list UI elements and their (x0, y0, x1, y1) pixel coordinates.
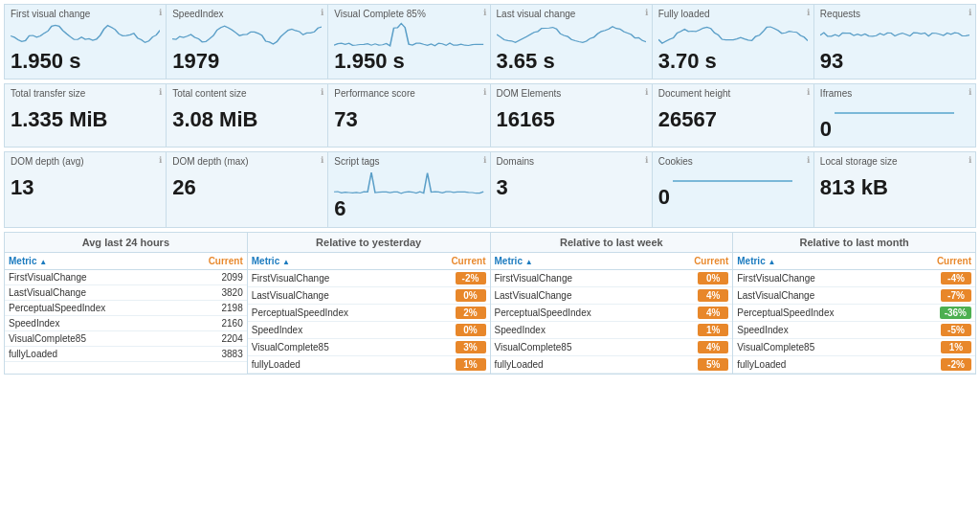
info-icon[interactable]: ℹ (645, 87, 648, 97)
metric-card-title: Document height (658, 88, 808, 99)
current-cell: -2% (905, 355, 975, 373)
metric-cell: fullyLoaded (733, 355, 905, 373)
info-icon[interactable]: ℹ (483, 8, 486, 17)
sparkline (497, 21, 646, 48)
status-badge: 4% (698, 341, 728, 353)
metric-card-title: Script tags (334, 156, 483, 167)
info-icon[interactable]: ℹ (969, 155, 971, 165)
info-icon[interactable]: ℹ (159, 8, 162, 17)
metric-card-1: ℹTotal content size3.08 MiB (167, 84, 328, 147)
metric-card-value: 0 (820, 118, 969, 141)
current-cell: 1% (420, 355, 490, 373)
metric-card-0: ℹTotal transfer size1.335 MiB (5, 84, 167, 147)
table-row: FirstVisualChange0% (491, 269, 733, 286)
metric-cell: LastVisualChange (5, 284, 177, 300)
current-cell: 2% (420, 304, 490, 321)
table-panel-title: Relative to yesterday (248, 233, 490, 253)
metric-header[interactable]: Metric ▲ (733, 253, 905, 270)
info-icon[interactable]: ℹ (483, 87, 486, 97)
metric-card-4: ℹFully loaded 3.70 s (653, 5, 814, 79)
status-badge: 3% (456, 341, 486, 353)
metric-card-title: DOM depth (max) (172, 156, 322, 167)
table-row: LastVisualChange4% (491, 286, 733, 304)
metric-card-value: 26 (172, 176, 322, 199)
metrics-row-2: ℹTotal transfer size1.335 MiBℹTotal cont… (4, 83, 976, 148)
metric-card-2: ℹScript tags 6 (328, 152, 490, 226)
tables-section: Avg last 24 hoursMetric ▲CurrentFirstVis… (4, 232, 976, 375)
metric-card-title: Total content size (172, 88, 322, 99)
table-row: PerceptualSpeedIndex4% (491, 304, 733, 321)
table-panel-3: Relative to last monthMetric ▲CurrentFir… (733, 233, 975, 374)
table-row: FirstVisualChange-4% (733, 269, 975, 286)
metric-cell: VisualComplete85 (733, 338, 905, 355)
metric-card-2: ℹPerformance score73 (328, 84, 490, 147)
current-cell: 1% (905, 338, 975, 355)
table-row: SpeedIndex-5% (733, 321, 975, 338)
table-row: fullyLoaded-2% (733, 355, 975, 373)
current-cell: 2204 (177, 330, 247, 346)
sparkline (820, 21, 969, 48)
metric-cell: SpeedIndex (248, 321, 420, 338)
metric-card-5: ℹIframes0 (814, 84, 975, 147)
table-row: VisualComplete852204 (5, 330, 247, 346)
metric-cell: FirstVisualChange (248, 269, 420, 286)
table-row: fullyLoaded3883 (5, 346, 247, 361)
info-icon[interactable]: ℹ (321, 155, 323, 165)
metric-card-value: 3.65 s (497, 50, 646, 73)
metric-cell: SpeedIndex (5, 315, 177, 330)
info-icon[interactable]: ℹ (807, 155, 810, 165)
current-cell: 4% (663, 338, 733, 355)
table-panel-title: Relative to last week (491, 233, 733, 253)
table-row: LastVisualChange3820 (5, 284, 247, 300)
metric-header[interactable]: Metric ▲ (248, 253, 420, 270)
table-row: PerceptualSpeedIndex2% (248, 304, 490, 321)
info-icon[interactable]: ℹ (969, 87, 971, 97)
table-panel-1: Relative to yesterdayMetric ▲CurrentFirs… (248, 233, 491, 374)
metric-card-title: DOM Elements (497, 88, 646, 99)
info-icon[interactable]: ℹ (321, 8, 323, 17)
metric-cell: SpeedIndex (491, 321, 663, 338)
metric-card-5: ℹLocal storage size813 kB (814, 152, 975, 226)
metric-header[interactable]: Metric ▲ (5, 253, 177, 270)
status-badge: 4% (698, 289, 728, 302)
status-badge: 0% (698, 272, 728, 284)
metric-card-0: ℹFirst visual change 1.950 s (5, 5, 167, 79)
info-icon[interactable]: ℹ (645, 8, 648, 17)
metric-cell: VisualComplete85 (5, 330, 177, 346)
status-badge: -5% (941, 324, 971, 336)
info-icon[interactable]: ℹ (969, 8, 971, 17)
info-icon[interactable]: ℹ (645, 155, 648, 165)
metric-cell: SpeedIndex (733, 321, 905, 338)
metric-cell: fullyLoaded (248, 355, 420, 373)
metric-card-value: 3.08 MiB (172, 108, 322, 131)
info-icon[interactable]: ℹ (321, 87, 323, 97)
metric-header[interactable]: Metric ▲ (491, 253, 663, 270)
status-badge: -2% (941, 358, 971, 371)
metric-card-value: 26567 (658, 108, 808, 131)
current-header: Current (905, 253, 975, 270)
horizontal-line (673, 180, 792, 182)
current-cell: 5% (663, 355, 733, 373)
metric-card-title: Last visual change (497, 9, 646, 19)
metric-cell: fullyLoaded (491, 355, 663, 373)
metric-cell: FirstVisualChange (491, 269, 663, 286)
table-panel-2: Relative to last weekMetric ▲CurrentFirs… (491, 233, 734, 374)
info-icon[interactable]: ℹ (483, 155, 486, 165)
info-icon[interactable]: ℹ (807, 87, 810, 97)
metric-cell: FirstVisualChange (5, 269, 177, 284)
sparkline (172, 21, 322, 48)
metric-cell: VisualComplete85 (491, 338, 663, 355)
info-icon[interactable]: ℹ (159, 155, 162, 165)
table-row: FirstVisualChange2099 (5, 269, 247, 284)
current-cell: 1% (663, 321, 733, 338)
info-icon[interactable]: ℹ (807, 8, 810, 17)
status-badge: 0% (456, 324, 486, 336)
metric-cell: LastVisualChange (491, 286, 663, 304)
metric-card-title: Domains (497, 156, 646, 167)
metric-card-2: ℹVisual Complete 85% 1.950 s (328, 5, 490, 79)
status-badge: 2% (456, 307, 486, 319)
metrics-row-1: ℹFirst visual change 1.950 sℹSpeedIndex … (4, 4, 976, 80)
info-icon[interactable]: ℹ (159, 87, 162, 97)
metric-cell: PerceptualSpeedIndex (248, 304, 420, 321)
current-cell: 2198 (177, 300, 247, 315)
